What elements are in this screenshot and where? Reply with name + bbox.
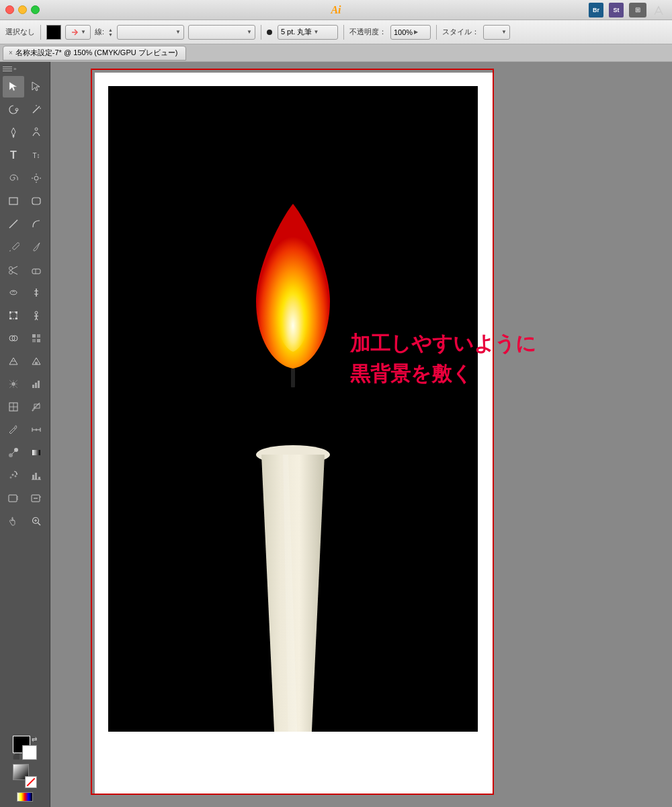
svg-point-7	[34, 176, 38, 180]
column-graph-tool[interactable]	[26, 465, 47, 486]
warp-tool[interactable]	[3, 282, 24, 303]
artboard: 加工しやすいように 黒背景を敷く	[95, 73, 494, 795]
eraser-tool[interactable]	[26, 259, 47, 280]
svg-line-49	[14, 428, 15, 429]
fill-none-row	[17, 792, 33, 802]
spiral-tool[interactable]	[3, 167, 24, 189]
free-transform-tool[interactable]	[3, 305, 24, 326]
magic-wand-tool[interactable]	[26, 99, 47, 120]
dot-indicator	[267, 30, 272, 35]
options-bar: 選択なし ▼ 線: ▲ ▼ ▼ ▼ 5 pt. 丸筆 ▼ 不透明度： 100% …	[0, 20, 672, 44]
canvas-area: 加工しやすいように 黒背景を敷く	[50, 62, 672, 807]
tool-row-shapebuilder	[3, 328, 47, 349]
chart-tool[interactable]	[26, 373, 47, 395]
live-paint-tool[interactable]	[26, 328, 47, 349]
svg-rect-36	[37, 334, 40, 338]
toolbar-collapse[interactable]: »	[0, 65, 50, 73]
tool-row-zoom	[3, 488, 47, 509]
perspective-selection-tool[interactable]	[26, 350, 47, 372]
style-dropdown[interactable]: ▼	[483, 25, 510, 40]
rectangle-tool[interactable]	[3, 190, 24, 212]
tool-row-warp	[3, 282, 47, 303]
pen-tool-icon[interactable]	[652, 3, 667, 17]
svg-point-16	[9, 271, 13, 274]
tab-close-button[interactable]: ×	[9, 49, 13, 56]
eyedropper-tool[interactable]	[3, 419, 24, 440]
close-button[interactable]	[5, 5, 14, 14]
svg-rect-13	[32, 198, 40, 204]
rounded-rect-tool[interactable]	[26, 190, 47, 212]
stroke-style-dropdown[interactable]: ▼	[188, 25, 255, 40]
svg-rect-15	[12, 242, 19, 249]
document-tab[interactable]: × 名称未設定-7* @ 150% (CMYK/GPU プレビュー)	[3, 46, 186, 61]
tab-title: 名称未設定-7* @ 150% (CMYK/GPU プレビュー)	[15, 48, 178, 58]
selection-tool[interactable]	[3, 76, 24, 98]
puppet-warp-tool[interactable]	[26, 305, 47, 326]
zoom-out-tool[interactable]	[26, 488, 47, 509]
flare-tool[interactable]	[26, 167, 47, 189]
bridge-icon[interactable]: Br	[589, 3, 603, 17]
tool-row-mesh	[3, 373, 47, 395]
arrange-icon[interactable]: ⊞	[629, 3, 646, 17]
svg-rect-24	[9, 311, 11, 313]
background-color[interactable]	[22, 745, 37, 760]
svg-rect-38	[37, 339, 40, 342]
slice-tool[interactable]	[3, 396, 24, 418]
zoom-annotate-tool-2[interactable]	[3, 488, 24, 509]
symbol-sprayer-tool[interactable]	[3, 465, 24, 486]
stroke-selector[interactable]: ▼	[65, 25, 91, 40]
shape-builder-tool[interactable]	[3, 328, 24, 349]
swap-colors-icon[interactable]: ⇄	[32, 736, 37, 743]
svg-rect-43	[35, 383, 37, 388]
zoom-annotate-tool[interactable]	[26, 396, 47, 418]
style-label: スタイル：	[442, 27, 479, 37]
gradient-mesh-tool[interactable]	[3, 373, 24, 395]
artboard-container: 加工しやすいように 黒背景を敷く	[91, 69, 494, 795]
direct-selection-tool[interactable]	[26, 76, 47, 98]
app-title-area: Ai	[331, 4, 341, 16]
svg-line-18	[12, 266, 17, 269]
pencil-tool[interactable]	[3, 236, 24, 258]
perspective-grid-tool[interactable]	[3, 350, 24, 372]
reset-colors-icon[interactable]: ⬛	[13, 753, 20, 760]
svg-line-1	[33, 106, 40, 113]
scissors-tool[interactable]	[3, 259, 24, 280]
svg-rect-12	[9, 198, 17, 204]
brush-size-dropdown[interactable]: 5 pt. 丸筆 ▼	[278, 25, 338, 40]
color-swatches[interactable]: ⇄ ⬛	[13, 736, 37, 760]
brush-tool[interactable]	[26, 236, 47, 258]
type-tool[interactable]: T	[3, 145, 24, 166]
zoom-tool[interactable]	[26, 510, 47, 532]
none-swatch[interactable]	[25, 776, 37, 788]
width-tool[interactable]	[26, 282, 47, 303]
selection-label: 選択なし	[5, 27, 35, 37]
line-tool[interactable]	[3, 213, 24, 235]
svg-line-19	[12, 272, 17, 274]
tool-row-selection	[3, 76, 47, 98]
separator2	[261, 25, 261, 40]
svg-rect-35	[32, 334, 36, 338]
stroke-width-dropdown[interactable]: ▼	[117, 25, 184, 40]
svg-line-56	[12, 451, 15, 454]
fill-color-swatch[interactable]	[46, 25, 61, 40]
blend-tool[interactable]	[3, 442, 24, 463]
stroke-stepper[interactable]: ▲ ▼	[108, 28, 113, 37]
svg-point-61	[16, 473, 17, 475]
gradient-tool[interactable]	[26, 442, 47, 463]
minimize-button[interactable]	[18, 5, 27, 14]
pen-tool[interactable]	[3, 122, 24, 143]
canvas-scroll[interactable]: 加工しやすいように 黒背景を敷く	[50, 62, 672, 807]
touch-type-tool[interactable]: T↕	[26, 145, 47, 166]
measure-tool[interactable]	[26, 419, 47, 440]
tab-bar: × 名称未設定-7* @ 150% (CMYK/GPU プレビュー)	[0, 44, 672, 62]
gradient-strip[interactable]	[17, 792, 33, 802]
curvature-pen-tool[interactable]	[26, 122, 47, 143]
lasso-tool[interactable]	[3, 99, 24, 120]
tool-row-eyedropper	[3, 419, 47, 440]
stock-icon[interactable]: St	[609, 3, 624, 17]
hand-tool[interactable]	[3, 510, 24, 532]
opacity-dropdown[interactable]: 100% ▶	[390, 25, 431, 40]
main-area: »	[0, 62, 672, 807]
maximize-button[interactable]	[31, 5, 40, 14]
arc-tool[interactable]	[26, 213, 47, 235]
